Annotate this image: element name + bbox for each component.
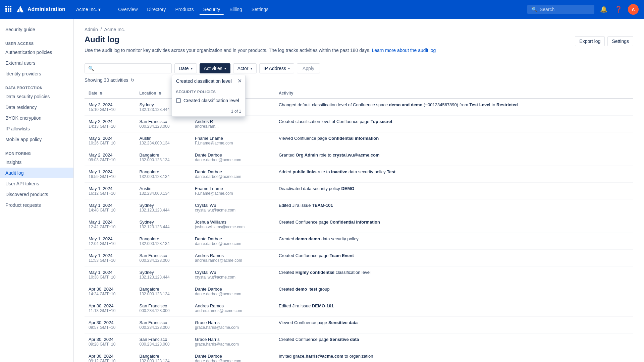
ip-chevron-icon: ▾ <box>288 67 290 70</box>
actor-filter-button[interactable]: Actor ▾ <box>233 63 257 73</box>
table-row[interactable]: May 1, 2024 16:12 GMT+10 Austin 132.234.… <box>85 183 633 199</box>
export-log-button[interactable]: Export log <box>575 36 605 46</box>
cell-date: May 1, 2024 14:48 GMT+10 <box>85 199 135 216</box>
table-row[interactable]: Apr 30, 2024 09:28 GMT+10 San Francisco … <box>85 334 633 350</box>
help-icon[interactable]: ❓ <box>613 4 624 15</box>
nav-security[interactable]: Security <box>199 4 224 15</box>
cell-activity: Viewed Confluence page Sensitive data <box>275 317 633 334</box>
cell-date: May 1, 2024 12:42 GMT+10 <box>85 216 135 233</box>
sidebar-item-mobile-app-policy[interactable]: Mobile app policy <box>0 134 73 145</box>
cell-date: May 1, 2024 12:04 GMT+10 <box>85 233 135 250</box>
sidebar-item-ip-allowlists[interactable]: IP allowlists <box>0 123 73 134</box>
apply-button[interactable]: Apply <box>297 63 320 73</box>
table-row[interactable]: Apr 30, 2024 14:24 GMT+10 Bangalore 132.… <box>85 283 633 300</box>
dropdown-item-created-classification[interactable]: Created classification level <box>172 95 245 106</box>
global-search-bar[interactable]: 🔍 <box>527 5 594 14</box>
table-row[interactable]: May 1, 2024 11:53 GMT+10 San Francisco 0… <box>85 250 633 266</box>
sidebar-item-external-users[interactable]: External users <box>0 58 73 68</box>
learn-more-link[interactable]: Learn more about the audit log <box>372 48 436 53</box>
org-selector[interactable]: Acme Inc. ▾ <box>76 7 101 12</box>
table-row[interactable]: May 2, 2024 14:13 GMT+10 San Francisco 0… <box>85 116 633 132</box>
date-filter-button[interactable]: Date ▾ <box>174 63 197 73</box>
cell-actor: Grace Harris grace.harris@acme.com <box>191 317 275 334</box>
cell-date: Apr 30, 2024 09:12 GMT+10 <box>85 350 135 362</box>
cell-actor: Crystal Wu crystal.wu@acme.com <box>191 199 275 216</box>
sidebar-item-authentication-policies[interactable]: Authentication policies <box>0 47 73 58</box>
sidebar-item-identity-providers[interactable]: Identity providers <box>0 68 73 79</box>
main-content: Admin / Acme Inc. Audit log Use the audi… <box>74 19 644 362</box>
cell-date: May 2, 2024 14:13 GMT+10 <box>85 116 135 132</box>
table-row[interactable]: May 2, 2024 09:03 GMT+10 Bangalore 132.0… <box>85 149 633 166</box>
breadcrumb-acme[interactable]: Acme Inc. <box>104 27 125 32</box>
sidebar-section-data-protection: DATA PROTECTION <box>0 82 73 91</box>
avatar[interactable]: A <box>628 4 639 15</box>
date-chevron-icon: ▾ <box>191 67 193 70</box>
dropdown-search-input[interactable] <box>176 78 235 84</box>
grid-icon[interactable] <box>5 6 11 13</box>
nav-directory[interactable]: Directory <box>143 4 170 15</box>
table-row[interactable]: May 1, 2024 16:59 GMT+10 Bangalore 132.0… <box>85 166 633 183</box>
dropdown-checkbox[interactable] <box>176 98 181 103</box>
date-filter-label: Date <box>179 66 189 71</box>
refresh-icon[interactable]: ↻ <box>130 77 135 83</box>
nav-products[interactable]: Products <box>171 4 198 15</box>
search-icon: 🔍 <box>531 7 537 12</box>
cell-activity: Created demo-demo data security policy <box>275 233 633 250</box>
table-row[interactable]: Apr 30, 2024 09:57 GMT+10 San Francisco … <box>85 317 633 334</box>
cell-actor: Andres R andres.ram... <box>191 116 275 132</box>
sidebar-item-user-api-tokens[interactable]: User API tokens <box>0 178 73 189</box>
search-icon: 🔍 <box>88 66 94 71</box>
table-row[interactable]: May 1, 2024 12:04 GMT+10 Bangalore 132.0… <box>85 233 633 250</box>
sidebar-section-user-access: USER ACCESS <box>0 38 73 47</box>
table-row[interactable]: Apr 30, 2024 11:13 GMT+10 San Francisco … <box>85 300 633 317</box>
table-row[interactable]: May 1, 2024 14:48 GMT+10 Sydney 132.123.… <box>85 199 633 216</box>
search-input[interactable] <box>540 7 590 12</box>
sidebar-item-byok-encryption[interactable]: BYOK encryption <box>0 113 73 123</box>
atlassian-logo: Administration <box>15 5 65 14</box>
nav-settings[interactable]: Settings <box>248 4 273 15</box>
sidebar: Security guide USER ACCESS Authenticatio… <box>0 19 74 362</box>
notifications-icon[interactable]: 🔔 <box>598 4 609 15</box>
cell-date: Apr 30, 2024 11:13 GMT+10 <box>85 300 135 317</box>
cell-activity: Edited Jira issue DEMO-101 <box>275 300 633 317</box>
cell-activity: Invited grace.harris@acme.com to organiz… <box>275 350 633 362</box>
cell-date: May 1, 2024 11:53 GMT+10 <box>85 250 135 266</box>
cell-date: May 2, 2024 09:03 GMT+10 <box>85 149 135 166</box>
page-title: Audit log <box>85 35 436 44</box>
activities-filter-button[interactable]: Activities ▾ <box>200 63 230 73</box>
sidebar-item-product-requests[interactable]: Product requests <box>0 200 73 210</box>
filter-search-box[interactable]: 🔍 <box>85 63 172 73</box>
breadcrumb-admin[interactable]: Admin <box>85 27 98 32</box>
svg-rect-5 <box>10 8 11 10</box>
cell-activity: Created Confluence page Team Event <box>275 250 633 266</box>
cell-location: Bangalore 132.000.123.134 <box>135 149 191 166</box>
sidebar-item-security-guide[interactable]: Security guide <box>0 24 73 35</box>
nav-overview[interactable]: Overview <box>114 4 142 15</box>
cell-actor: Dante Darboe dante.darboe@acme.com <box>191 350 275 362</box>
ip-filter-button[interactable]: IP Address ▾ <box>259 63 294 73</box>
cell-actor: Fname Lname F.Lname@acme.com <box>191 183 275 199</box>
cell-activity: Created Confluence page Confidential inf… <box>275 216 633 233</box>
sidebar-item-data-security-policies[interactable]: Data security policies <box>0 91 73 102</box>
filter-search-input[interactable] <box>97 66 168 71</box>
nav-billing[interactable]: Billing <box>225 4 246 15</box>
table-row[interactable]: May 2, 2024 15:10 GMT+10 Sydney 132.123.… <box>85 99 633 116</box>
sidebar-item-discovered-products[interactable]: Discovered products <box>0 189 73 200</box>
table-row[interactable]: May 1, 2024 10:38 GMT+10 Sydney 132.123.… <box>85 266 633 283</box>
table-row[interactable]: May 2, 2024 10:26 GMT+10 Austin 132.234.… <box>85 132 633 149</box>
cell-activity: Created classification level of Confluen… <box>275 116 633 132</box>
dropdown-search-row: ✕ <box>172 75 245 87</box>
col-date[interactable]: Date ⇅ <box>85 88 135 99</box>
table-row[interactable]: Apr 30, 2024 09:12 GMT+10 Bangalore 132.… <box>85 350 633 362</box>
sidebar-item-data-residency[interactable]: Data residency <box>0 102 73 113</box>
dropdown-clear-icon[interactable]: ✕ <box>237 78 242 84</box>
settings-button[interactable]: Settings <box>607 36 633 46</box>
cell-activity: Edited Jira issue TEAM-101 <box>275 199 633 216</box>
sidebar-item-insights[interactable]: Insights <box>0 157 73 168</box>
sidebar-item-audit-log[interactable]: Audit log <box>0 168 73 178</box>
cell-date: May 2, 2024 10:26 GMT+10 <box>85 132 135 149</box>
cell-activity: Viewed Confluence page Confidential info… <box>275 132 633 149</box>
cell-actor: Dante Darboe dante.darboe@acme.com <box>191 283 275 300</box>
table-row[interactable]: May 1, 2024 12:42 GMT+10 Sydney 132.123.… <box>85 216 633 233</box>
svg-rect-7 <box>8 10 9 12</box>
